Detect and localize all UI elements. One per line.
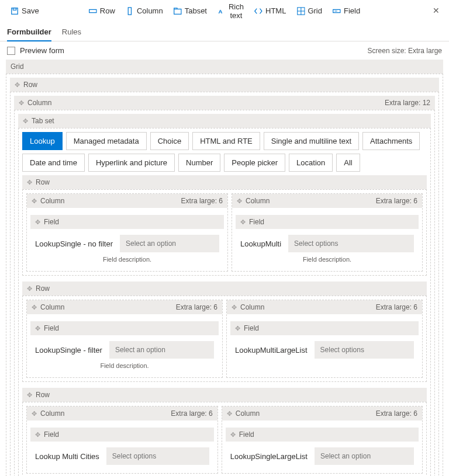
toolbar-richtext-label: Rich text xyxy=(229,2,244,20)
column-block[interactable]: ✥ColumnExtra large: 6 ✥Field LookupMulti… xyxy=(226,300,423,378)
column-block[interactable]: ✥ColumnExtra large: 6 ✥Field LookupSingl… xyxy=(26,300,223,378)
field-description: Field description. xyxy=(35,256,219,263)
row-title: Row xyxy=(36,391,50,399)
toolbar-grid-label: Grid xyxy=(308,6,322,15)
move-icon[interactable]: ✥ xyxy=(232,304,237,311)
column-icon xyxy=(126,7,134,15)
column-title: Column xyxy=(40,303,64,311)
column-header[interactable]: ✥ColumnExtra large: 6 xyxy=(222,406,422,421)
row-header[interactable]: ✥Row xyxy=(22,388,427,402)
tab-all[interactable]: All xyxy=(336,154,360,172)
lookup-multi-large-list-input[interactable] xyxy=(315,341,414,359)
tab-hyperlink-picture[interactable]: Hyperlink and picture xyxy=(88,154,175,172)
column-block[interactable]: ✥ColumnExtra large: 12 ✥Tab set Lookup M… xyxy=(14,96,435,476)
move-icon[interactable]: ✥ xyxy=(235,325,240,332)
move-icon[interactable]: ✥ xyxy=(32,410,37,418)
field-header[interactable]: ✥Field xyxy=(30,321,219,335)
move-icon[interactable]: ✥ xyxy=(27,285,32,293)
column-block[interactable]: ✥ColumnExtra large: 6 ✥Field LookupSingl… xyxy=(222,406,423,474)
toolbar-grid-button[interactable]: Grid xyxy=(293,5,326,17)
move-icon[interactable]: ✥ xyxy=(19,99,24,107)
svg-rect-3 xyxy=(128,7,131,14)
toolbar-tabset-button[interactable]: Tabset xyxy=(170,5,210,17)
lookup-single-no-filter-input[interactable] xyxy=(120,235,219,252)
tab-lookup[interactable]: Lookup xyxy=(22,132,63,150)
toolbar-tabset-label: Tabset xyxy=(185,6,207,15)
move-icon[interactable]: ✥ xyxy=(15,81,20,89)
grid-header[interactable]: Grid xyxy=(6,60,443,74)
field-header[interactable]: ✥Field xyxy=(230,321,419,335)
column-header[interactable]: ✥ColumnExtra large: 6 xyxy=(27,406,217,421)
column-block[interactable]: ✥ColumnExtra large: 6 ✥Field Lookup Mult… xyxy=(26,406,218,474)
tabset-header[interactable]: ✥Tab set xyxy=(18,114,431,128)
move-icon[interactable]: ✥ xyxy=(35,325,40,332)
tab-choice[interactable]: Choice xyxy=(150,132,189,150)
row-block[interactable]: ✥Row ✥ColumnExtra large: 12 ✥Tab set Loo xyxy=(10,78,439,476)
close-button[interactable]: ✕ xyxy=(430,5,442,16)
field-title: Field xyxy=(44,218,59,226)
preview-checkbox[interactable] xyxy=(7,47,15,55)
grid-block[interactable]: Grid ✥Row ✥ColumnExtra large: 12 ✥Tab se… xyxy=(6,60,443,476)
column-block[interactable]: ✥ColumnExtra large: 6 ✥Field LookupMulti… xyxy=(232,193,423,272)
row-icon xyxy=(89,7,97,15)
column-header[interactable]: ✥ColumnExtra large: 12 xyxy=(14,96,435,110)
inner-row-1[interactable]: ✥Row ✥ColumnExtra large: 6 ✥Field xyxy=(22,175,427,276)
move-icon[interactable]: ✥ xyxy=(237,197,242,205)
move-icon[interactable]: ✥ xyxy=(32,304,37,311)
field-header[interactable]: ✥Field xyxy=(30,428,214,442)
move-icon[interactable]: ✥ xyxy=(35,431,40,439)
toolbar-row-button[interactable]: Row xyxy=(85,5,119,17)
column-header[interactable]: ✥ColumnExtra large: 6 xyxy=(27,300,222,314)
lookup-single-filter-input[interactable] xyxy=(109,341,214,359)
toolbar-column-button[interactable]: Column xyxy=(122,5,167,17)
column-header[interactable]: ✥ColumnExtra large: 6 xyxy=(27,194,227,208)
move-icon[interactable]: ✥ xyxy=(27,391,32,399)
column-size: Extra large: 6 xyxy=(181,197,223,205)
toolbar-field-button[interactable]: Field xyxy=(329,5,364,17)
move-icon[interactable]: ✥ xyxy=(227,410,232,418)
tab-number[interactable]: Number xyxy=(178,154,220,172)
field-label: LookupMultiLargeList xyxy=(235,346,308,355)
column-block[interactable]: ✥ColumnExtra large: 6 ✥Field LookupSingl… xyxy=(26,193,228,272)
field-header[interactable]: ✥Field xyxy=(236,215,419,229)
lookup-multi-input[interactable] xyxy=(288,235,414,252)
row-header[interactable]: ✥Row xyxy=(22,282,427,296)
tab-date-time[interactable]: Date and time xyxy=(22,154,85,172)
move-icon[interactable]: ✥ xyxy=(27,179,32,186)
tab-single-multiline[interactable]: Single and multiline text xyxy=(264,132,359,150)
tab-formbuilder[interactable]: Formbuilder xyxy=(7,25,51,41)
column-size: Extra large: 6 xyxy=(376,409,417,418)
toolbar-field-label: Field xyxy=(344,6,360,15)
tab-location[interactable]: Location xyxy=(289,154,333,172)
inner-row-3[interactable]: ✥Row ✥ColumnExtra large: 6 ✥Field xyxy=(22,388,427,476)
field-header[interactable]: ✥Field xyxy=(226,428,419,442)
toolbar-html-button[interactable]: HTML xyxy=(251,5,289,17)
move-icon[interactable]: ✥ xyxy=(23,117,28,125)
tab-managed-metadata[interactable]: Managed metadata xyxy=(66,132,147,150)
move-icon[interactable]: ✥ xyxy=(35,218,40,226)
column-title: Column xyxy=(27,99,51,107)
lookup-multi-cities-input[interactable] xyxy=(106,447,209,465)
tabset-title: Tab set xyxy=(32,117,54,125)
save-icon xyxy=(11,7,19,15)
move-icon[interactable]: ✥ xyxy=(230,431,236,439)
row-header[interactable]: ✥Row xyxy=(10,78,439,92)
save-button[interactable]: Save xyxy=(7,5,43,17)
lookup-single-large-list-input[interactable] xyxy=(315,447,414,465)
tabset-block[interactable]: ✥Tab set Lookup Managed metadata Choice … xyxy=(18,114,431,476)
toolbar-row-label: Row xyxy=(100,6,115,15)
field-header[interactable]: ✥Field xyxy=(30,215,224,229)
tab-rules[interactable]: Rules xyxy=(62,25,81,41)
tab-html-rte[interactable]: HTML and RTE xyxy=(192,132,260,150)
move-icon[interactable]: ✥ xyxy=(32,197,37,205)
field-label: LookupSingleLargeList xyxy=(230,452,308,461)
row-header[interactable]: ✥Row xyxy=(22,175,427,189)
svg-rect-4 xyxy=(174,9,181,14)
move-icon[interactable]: ✥ xyxy=(240,218,246,226)
column-header[interactable]: ✥ColumnExtra large: 6 xyxy=(227,300,422,314)
toolbar-richtext-button[interactable]: ARich text xyxy=(214,1,247,22)
column-header[interactable]: ✥ColumnExtra large: 6 xyxy=(232,194,422,208)
tab-people-picker[interactable]: People picker xyxy=(224,154,285,172)
inner-row-2[interactable]: ✥Row ✥ColumnExtra large: 6 ✥Field xyxy=(22,282,427,382)
tab-attachments[interactable]: Attachments xyxy=(362,132,420,150)
